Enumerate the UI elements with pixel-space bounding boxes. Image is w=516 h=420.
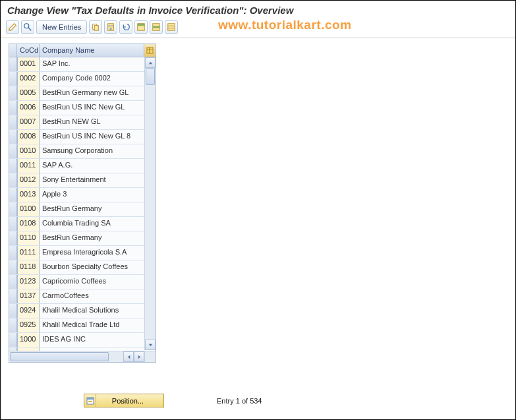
delete-icon[interactable] [104,20,117,34]
cell-cocd[interactable]: 1000 [17,333,40,347]
vscroll-track[interactable] [145,68,156,340]
scroll-down-icon[interactable] [145,340,156,350]
cell-company-name[interactable]: IDES AG INC [40,333,156,347]
vscroll-thumb[interactable] [146,68,155,85]
hscroll-track[interactable] [9,351,123,362]
cell-cocd[interactable]: 0123 [17,275,40,289]
cell-cocd[interactable]: 0012 [17,173,40,187]
cell-company-name[interactable]: SAP Inc. [40,57,156,71]
cell-company-name[interactable]: BestRun Germany [40,231,156,245]
row-selector[interactable] [9,333,17,347]
cell-cocd[interactable]: 0013 [17,188,40,202]
cell-company-name[interactable]: Capricornio Coffees [40,275,156,289]
cell-cocd[interactable]: 0002 [17,72,40,86]
row-selector[interactable] [9,188,17,202]
cell-cocd[interactable]: 0006 [17,101,40,115]
table-row[interactable]: 0007BestRun NEW GL [9,115,156,130]
select-block-icon[interactable] [150,20,163,34]
table-row[interactable]: 0001SAP Inc. [9,57,156,72]
cell-cocd[interactable]: 0111 [17,246,40,260]
cell-cocd[interactable]: 0110 [17,231,40,245]
scroll-right-icon[interactable] [134,351,144,362]
row-selector[interactable] [9,115,17,129]
cell-company-name[interactable]: Samsung Corporation [40,144,156,158]
table-row[interactable]: 1000IDES AG INC [9,333,156,347]
cell-cocd[interactable]: 0925 [17,318,40,332]
cell-cocd[interactable]: 0005 [17,86,40,100]
cell-company-name[interactable]: BestRun NEW GL [40,115,156,129]
row-selector[interactable] [9,86,17,100]
cell-cocd[interactable]: 0924 [17,304,40,318]
table-row[interactable]: 0008BestRun US INC New GL 8 [9,130,156,144]
cell-company-name[interactable]: Khalil Medical Trade Ltd [40,318,156,332]
toggle-display-change-icon[interactable] [6,20,19,34]
cell-cocd[interactable]: 0100 [17,202,40,216]
table-config-icon[interactable] [144,44,156,57]
undo-icon[interactable] [119,20,132,34]
row-selector[interactable] [9,57,17,71]
cell-cocd[interactable]: 0108 [17,217,40,231]
scroll-up-icon[interactable] [145,57,156,68]
details-icon[interactable] [21,20,34,34]
column-header-company-name[interactable]: Company Name [40,44,144,57]
row-selector[interactable] [9,289,17,303]
table-row[interactable]: 0012Sony Entertainment [9,173,156,188]
row-selector[interactable] [9,144,17,158]
table-row[interactable]: 0100BestRun Germany [9,202,156,217]
horizontal-scrollbar[interactable] [9,351,144,362]
cell-cocd[interactable]: 0011 [17,159,40,173]
row-selector[interactable] [9,101,17,115]
table-row[interactable]: 0118Bourbon Specialty Coffees [9,260,156,275]
table-row[interactable]: 0123Capricornio Coffees [9,275,156,289]
cell-company-name[interactable]: BestRun Germany new GL [40,86,156,100]
row-selector[interactable] [9,173,17,187]
cell-company-name[interactable]: Company Code 0002 [40,72,156,86]
cell-cocd[interactable]: 0010 [17,144,40,158]
row-selector[interactable] [9,130,17,144]
column-header-cocd[interactable]: CoCd [17,44,40,57]
select-all-icon[interactable] [134,20,148,34]
cell-company-name[interactable]: BestRun US INC New GL [40,101,156,115]
table-row[interactable]: 0005BestRun Germany new GL [9,86,156,101]
table-row[interactable]: 0010Samsung Corporation [9,144,156,159]
cell-company-name[interactable]: Apple 3 [40,188,156,202]
cell-company-name[interactable]: Sony Entertainment [40,173,156,187]
table-row[interactable]: 0011SAP A.G. [9,159,156,173]
deselect-all-icon[interactable] [165,20,178,34]
scroll-left-icon[interactable] [123,351,134,362]
hscroll-thumb[interactable] [10,352,109,361]
row-selector[interactable] [9,231,17,245]
row-selector[interactable] [9,304,17,318]
cell-cocd[interactable]: 0001 [17,57,40,71]
row-selector[interactable] [9,275,17,289]
row-selector[interactable] [9,318,17,332]
row-selector[interactable] [9,202,17,216]
cell-company-name[interactable]: Bourbon Specialty Coffees [40,260,156,274]
cell-company-name[interactable]: Columbia Trading SA [40,217,156,231]
table-row[interactable]: 0925Khalil Medical Trade Ltd [9,318,156,333]
table-row[interactable]: 0924Khalil Medical Solutions [9,304,156,318]
cell-cocd[interactable]: 0008 [17,130,40,144]
cell-company-name[interactable]: Empresa Interagricola S.A [40,246,156,260]
cell-cocd[interactable]: 0007 [17,115,40,129]
row-selector[interactable] [9,72,17,86]
row-selector[interactable] [9,246,17,260]
table-row[interactable]: 0013Apple 3 [9,188,156,202]
row-selector[interactable] [9,159,17,173]
cell-cocd[interactable]: 0137 [17,289,40,303]
cell-company-name[interactable]: BestRun US INC New GL 8 [40,130,156,144]
cell-company-name[interactable]: CarmoCoffees [40,289,156,303]
table-row[interactable]: 0002Company Code 0002 [9,72,156,86]
cell-company-name[interactable]: BestRun Germany [40,202,156,216]
cell-company-name[interactable]: SAP A.G. [40,159,156,173]
table-row[interactable]: 0137CarmoCoffees [9,289,156,304]
vertical-scrollbar[interactable] [144,57,156,350]
row-selector[interactable] [9,260,17,274]
row-selector[interactable] [9,217,17,231]
select-all-column-header[interactable] [9,44,17,57]
table-row[interactable]: 0111Empresa Interagricola S.A [9,246,156,260]
position-button[interactable]: Position... [84,394,164,407]
table-row[interactable]: 0108Columbia Trading SA [9,217,156,231]
cell-company-name[interactable]: Khalil Medical Solutions [40,304,156,318]
new-entries-button[interactable]: New Entries [36,20,87,34]
